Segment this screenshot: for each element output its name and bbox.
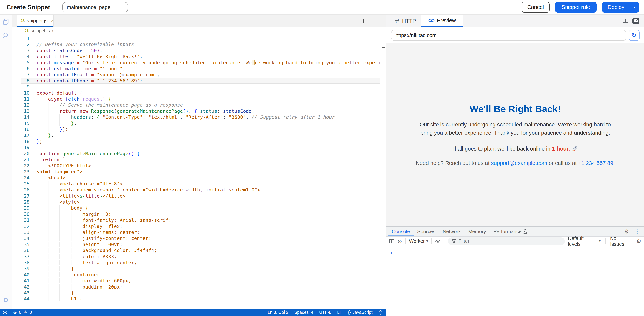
line-number[interactable]: 36 bbox=[12, 247, 30, 253]
breadcrumb-file[interactable]: snippet.js bbox=[31, 28, 50, 34]
devtools-tab-sources[interactable]: Sources bbox=[414, 227, 439, 236]
code-line[interactable]: 7const contactEmail = "support@example.c… bbox=[12, 72, 386, 78]
line-number[interactable]: 11 bbox=[12, 96, 30, 102]
code-line[interactable]: 16 }); bbox=[12, 126, 386, 132]
line-number[interactable]: 44 bbox=[12, 296, 30, 301]
line-number[interactable]: 8 bbox=[12, 78, 30, 84]
line-number[interactable]: 4 bbox=[12, 54, 30, 60]
line-number[interactable]: 6 bbox=[12, 66, 30, 72]
line-number[interactable]: 43 bbox=[12, 290, 30, 296]
line-number[interactable]: 42 bbox=[12, 284, 30, 290]
devtools-tab-network[interactable]: Network bbox=[439, 227, 464, 236]
line-number[interactable]: 25 bbox=[12, 181, 30, 187]
minimap-scrollbar[interactable] bbox=[381, 35, 386, 301]
eol-sequence[interactable]: LF bbox=[337, 310, 342, 315]
line-number[interactable]: 22 bbox=[12, 163, 30, 169]
code-line[interactable]: 18}; bbox=[12, 138, 386, 144]
code-line[interactable]: 42 padding: 20px; bbox=[12, 284, 386, 290]
url-input[interactable] bbox=[391, 30, 626, 41]
code-line[interactable]: 21 return ` bbox=[12, 157, 386, 162]
code-line[interactable]: 29 body { bbox=[12, 205, 386, 211]
snippet-rule-button[interactable]: Snippet rule bbox=[555, 2, 597, 13]
encoding[interactable]: UTF-8 bbox=[319, 310, 331, 315]
notifications-bell-icon[interactable] bbox=[378, 310, 383, 315]
cursor-position[interactable]: Ln 8, Col 2 bbox=[268, 310, 288, 315]
code-line[interactable]: 31 font-family: Arial, sans-serif; bbox=[12, 217, 386, 223]
line-number[interactable]: 39 bbox=[12, 265, 30, 271]
line-number[interactable]: 27 bbox=[12, 193, 30, 199]
line-number[interactable]: 19 bbox=[12, 144, 30, 150]
console-sidebar-toggle-icon[interactable] bbox=[389, 239, 394, 243]
devtools-tab-memory[interactable]: Memory bbox=[464, 227, 490, 236]
code-area[interactable]: 12// Define your customizable inputs3con… bbox=[12, 35, 386, 301]
code-line[interactable]: 40 .container { bbox=[12, 272, 386, 278]
devtools-settings-gear-icon[interactable]: ⚙ bbox=[624, 228, 629, 235]
tab-preview[interactable]: Preview bbox=[421, 15, 463, 27]
remote-indicator-icon[interactable] bbox=[2, 310, 7, 315]
code-line[interactable]: 35 height: 100vh; bbox=[12, 241, 386, 247]
code-line[interactable]: 38 text-align: center; bbox=[12, 259, 386, 265]
line-number[interactable]: 31 bbox=[12, 217, 30, 223]
code-line[interactable]: 37 color: #333; bbox=[12, 253, 386, 259]
discord-icon[interactable] bbox=[632, 18, 639, 24]
code-line[interactable]: 30 margin: 0; bbox=[12, 211, 386, 217]
deploy-label[interactable]: Deploy bbox=[602, 4, 630, 10]
code-line[interactable]: 25 <meta charset="UTF-8"> bbox=[12, 181, 386, 187]
problems-indicator[interactable]: ⊗ 0 ⚠ 0 bbox=[13, 310, 32, 315]
line-number[interactable]: 32 bbox=[12, 223, 30, 229]
indentation[interactable]: Spaces: 4 bbox=[294, 310, 314, 315]
code-line[interactable]: 32 display: flex; bbox=[12, 223, 386, 229]
line-number[interactable]: 13 bbox=[12, 108, 30, 114]
line-number[interactable]: 34 bbox=[12, 235, 30, 241]
devtools-menu-kebab-icon[interactable]: ⋮ bbox=[634, 228, 640, 235]
snippet-name-input[interactable] bbox=[62, 2, 128, 12]
code-line[interactable]: 26 <meta name="viewport" content="width=… bbox=[12, 187, 386, 193]
console-prompt-icon[interactable]: › bbox=[390, 249, 392, 256]
code-line[interactable]: 24 <head> bbox=[12, 175, 386, 181]
code-line[interactable]: 6const estimatedTime = "1 hour"; bbox=[12, 66, 386, 72]
code-line[interactable]: 20function generateMaintenancePage() { bbox=[12, 151, 386, 157]
line-number[interactable]: 17 bbox=[12, 132, 30, 138]
line-number[interactable]: 7 bbox=[12, 72, 30, 78]
settings-gear-icon[interactable]: ⚙ bbox=[0, 293, 12, 307]
line-number[interactable]: 41 bbox=[12, 278, 30, 284]
line-number[interactable]: 40 bbox=[12, 272, 30, 278]
line-number[interactable]: 21 bbox=[12, 157, 30, 162]
breadcrumb-symbol[interactable]: ... bbox=[55, 28, 59, 34]
line-number[interactable]: 20 bbox=[12, 151, 30, 157]
code-line[interactable]: 36 background-color: #f4f4f4; bbox=[12, 247, 386, 253]
line-number[interactable]: 16 bbox=[12, 126, 30, 132]
code-line[interactable]: 33 align-items: center; bbox=[12, 229, 386, 235]
more-actions-icon[interactable]: ⋯ bbox=[374, 18, 380, 24]
clear-console-icon[interactable]: ⊘ bbox=[398, 238, 402, 244]
code-line[interactable]: 19 bbox=[12, 144, 386, 150]
code-line[interactable]: 39 } bbox=[12, 265, 386, 271]
code-line[interactable]: 34 justify-content: center; bbox=[12, 235, 386, 241]
close-tab-icon[interactable]: × bbox=[51, 18, 54, 23]
line-number[interactable]: 28 bbox=[12, 199, 30, 205]
console-output[interactable]: › bbox=[386, 246, 644, 258]
refresh-button[interactable]: ↻ bbox=[629, 30, 640, 41]
tab-snippet-js[interactable]: JS snippet.js × bbox=[17, 15, 54, 27]
deploy-button[interactable]: Deploy ▾ bbox=[602, 2, 639, 13]
code-line[interactable]: 23<html lang="en"> bbox=[12, 169, 386, 175]
code-line[interactable]: 27 <title>${title}</title> bbox=[12, 193, 386, 199]
split-editor-icon[interactable] bbox=[364, 19, 369, 23]
line-number[interactable]: 3 bbox=[12, 48, 30, 54]
docs-book-icon[interactable] bbox=[622, 18, 629, 24]
cancel-button[interactable]: Cancel bbox=[522, 2, 550, 13]
line-number[interactable]: 29 bbox=[12, 205, 30, 211]
line-number[interactable]: 38 bbox=[12, 259, 30, 265]
tab-http[interactable]: ⇄ HTTP bbox=[390, 15, 422, 27]
line-number[interactable]: 37 bbox=[12, 253, 30, 259]
line-number[interactable]: 30 bbox=[12, 211, 30, 217]
console-filter[interactable] bbox=[448, 237, 565, 245]
line-number[interactable]: 35 bbox=[12, 241, 30, 247]
explorer-icon[interactable] bbox=[0, 15, 12, 29]
line-number[interactable]: 9 bbox=[12, 84, 30, 90]
code-line[interactable]: 43 } bbox=[12, 290, 386, 296]
deploy-caret-icon[interactable]: ▾ bbox=[630, 5, 639, 9]
language-mode[interactable]: {} JavaScript bbox=[348, 310, 372, 315]
filter-input[interactable] bbox=[458, 238, 561, 244]
line-number[interactable]: 23 bbox=[12, 169, 30, 175]
